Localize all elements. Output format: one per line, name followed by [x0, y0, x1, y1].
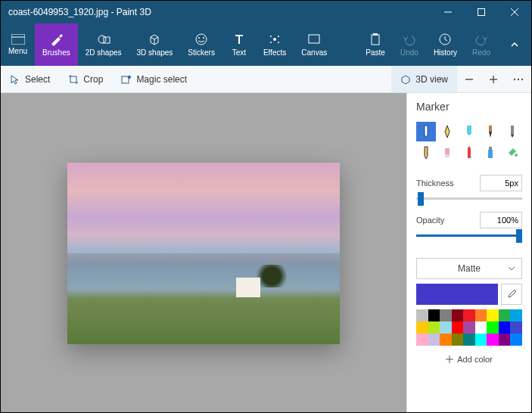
svg-rect-24 [445, 154, 450, 157]
stickers-tab[interactable]: Stickers [180, 23, 222, 66]
image-house [236, 278, 260, 297]
calligraphy-pen-brush[interactable] [437, 122, 457, 141]
add-color-button[interactable]: Add color [416, 349, 522, 370]
brushes-tab[interactable]: Brushes [35, 23, 78, 66]
marker-brush[interactable] [416, 122, 436, 141]
palette-color[interactable] [487, 321, 499, 334]
thickness-label: Thickness [416, 179, 454, 188]
effects-label: Effects [263, 48, 286, 57]
svg-rect-16 [122, 76, 129, 83]
thickness-slider-thumb[interactable] [418, 192, 424, 206]
menu-label: Menu [8, 47, 27, 55]
palette-color[interactable] [416, 321, 428, 334]
title-bar: coast-6049953_1920.jpg - Paint 3D [1, 1, 531, 23]
crop-label: Crop [83, 74, 103, 85]
add-color-label: Add color [457, 355, 492, 364]
eyedropper-button[interactable] [501, 284, 522, 305]
palette-color[interactable] [475, 334, 487, 346]
palette-color[interactable] [463, 309, 475, 321]
select-label: Select [25, 74, 50, 85]
paste-label: Paste [366, 48, 385, 57]
history-label: History [434, 48, 457, 57]
palette-color[interactable] [452, 321, 464, 334]
effects-tab[interactable]: Effects [256, 23, 294, 66]
palette-color[interactable] [475, 309, 487, 321]
palette-color[interactable] [463, 321, 475, 334]
zoom-out-button[interactable] [457, 66, 481, 92]
magic-select-tool[interactable]: Magic select [112, 66, 196, 92]
palette-color[interactable] [428, 321, 440, 334]
thickness-slider[interactable] [416, 197, 522, 200]
magic-select-label: Magic select [136, 74, 187, 85]
svg-point-19 [521, 78, 523, 79]
opacity-slider[interactable] [416, 234, 522, 237]
material-value: Matte [458, 263, 481, 274]
opacity-slider-thumb[interactable] [516, 229, 522, 243]
palette-color[interactable] [440, 321, 452, 334]
palette-color[interactable] [416, 309, 428, 321]
brush-grid [416, 122, 522, 163]
palette-color[interactable] [487, 309, 499, 321]
palette-color[interactable] [499, 321, 511, 334]
opacity-row: Opacity [416, 212, 522, 228]
expand-chevron-icon[interactable] [498, 23, 531, 66]
minimize-button[interactable] [431, 1, 465, 23]
material-dropdown[interactable]: Matte [416, 258, 522, 279]
pixel-pen-brush[interactable] [502, 122, 522, 141]
svg-point-9 [278, 36, 279, 37]
opacity-label: Opacity [416, 216, 444, 225]
history-button[interactable]: History [426, 23, 465, 66]
palette-color[interactable] [428, 309, 440, 321]
3d-view-toggle[interactable]: 3D view [391, 66, 457, 92]
stickers-label: Stickers [188, 48, 215, 57]
svg-point-4 [196, 34, 207, 45]
palette-color[interactable] [499, 334, 511, 346]
2d-shapes-tab[interactable]: 2D shapes [78, 23, 129, 66]
text-label: Text [232, 48, 246, 57]
more-options-button[interactable] [506, 66, 531, 92]
oil-brush[interactable] [459, 122, 479, 141]
palette-color[interactable] [452, 309, 464, 321]
svg-point-10 [270, 42, 272, 43]
svg-rect-12 [309, 35, 319, 43]
palette-color[interactable] [487, 334, 499, 346]
opacity-input[interactable] [480, 212, 522, 228]
svg-point-18 [518, 78, 519, 79]
text-tab[interactable]: Text [222, 23, 256, 66]
watercolor-brush[interactable] [481, 122, 500, 141]
crayon-brush[interactable] [459, 143, 479, 163]
palette-color[interactable] [463, 334, 475, 346]
palette-color[interactable] [499, 309, 511, 321]
close-button[interactable] [498, 1, 531, 23]
select-tool[interactable]: Select [1, 66, 59, 92]
thickness-input[interactable] [480, 175, 522, 191]
current-color-swatch[interactable] [416, 284, 498, 305]
spray-can-brush[interactable] [481, 143, 500, 163]
canvas-image[interactable] [67, 163, 340, 344]
pencil-brush[interactable] [416, 143, 436, 163]
palette-color[interactable] [510, 321, 522, 334]
undo-button[interactable]: Undo [393, 23, 426, 66]
maximize-button[interactable] [465, 1, 498, 23]
crop-tool[interactable]: Crop [59, 66, 112, 92]
palette-color[interactable] [475, 321, 487, 334]
palette-color[interactable] [510, 309, 522, 321]
palette-color[interactable] [428, 334, 440, 346]
fill-brush[interactable] [502, 143, 522, 163]
eyedropper-icon [506, 289, 517, 300]
menu-button[interactable]: Menu [1, 23, 35, 66]
palette-color[interactable] [440, 309, 452, 321]
svg-rect-22 [511, 126, 514, 135]
palette-color[interactable] [440, 334, 452, 346]
svg-rect-23 [445, 148, 450, 154]
canvas-tab[interactable]: Canvas [294, 23, 334, 66]
eraser-brush[interactable] [437, 143, 457, 163]
zoom-in-button[interactable] [481, 66, 506, 92]
palette-color[interactable] [416, 334, 428, 346]
redo-button[interactable]: Redo [465, 23, 498, 66]
3d-shapes-tab[interactable]: 3D shapes [129, 23, 181, 66]
palette-color[interactable] [452, 334, 464, 346]
canvas-area[interactable] [1, 93, 406, 413]
paste-button[interactable]: Paste [358, 23, 393, 66]
palette-color[interactable] [510, 334, 522, 346]
